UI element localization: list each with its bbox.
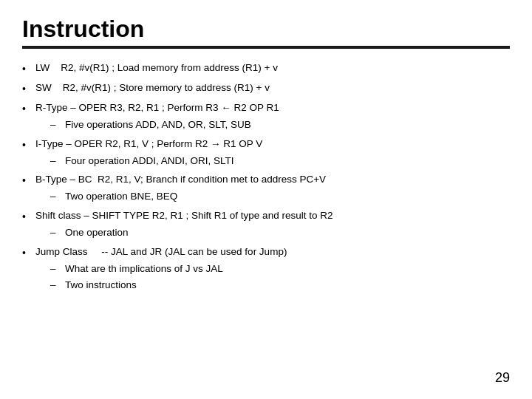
bullet-dot: • [22, 209, 35, 225]
bullet-text: LW R2, #v(R1) ; Load memory from address… [35, 61, 510, 76]
sub-dash: – [50, 225, 65, 241]
bullet-text-main: I-Type – OPER R2, R1, V ; Perform R2 → R… [35, 138, 262, 149]
sub-list: – What are th implications of J vs JAL –… [35, 262, 510, 293]
list-item: • B-Type – BC R2, R1, V; Branch if condi… [22, 172, 510, 205]
bullet-dot: • [22, 101, 35, 117]
bullet-text: Shift class – SHIFT TYPE R2, R1 ; Shift … [35, 208, 510, 242]
bullet-text-main: Shift class – SHIFT TYPE R2, R1 ; Shift … [35, 210, 332, 221]
sub-text: Four operation ADDI, ANDI, ORI, SLTI [65, 154, 510, 169]
sub-dash: – [50, 189, 65, 205]
bullet-dot: • [22, 173, 35, 189]
bullet-text: I-Type – OPER R2, R1, V ; Perform R2 → R… [35, 137, 510, 170]
bullet-text-main: R-Type – OPER R3, R2, R1 ; Perform R3 ← … [35, 102, 279, 113]
sub-text: What are th implications of J vs JAL [65, 262, 510, 277]
sub-dash: – [50, 278, 65, 293]
sub-dash: – [50, 154, 65, 169]
list-item: • Shift class – SHIFT TYPE R2, R1 ; Shif… [22, 208, 510, 242]
sub-text: Two operation BNE, BEQ [65, 189, 510, 205]
bullet-text: B-Type – BC R2, R1, V; Branch if conditi… [35, 172, 510, 205]
sub-text: Two instructions [65, 278, 510, 293]
sub-item: – One operation [35, 225, 510, 241]
bullet-list: • LW R2, #v(R1) ; Load memory from addre… [22, 61, 510, 294]
bullet-dot: • [22, 81, 35, 98]
bullet-dot: • [22, 245, 35, 262]
list-item: • I-Type – OPER R2, R1, V ; Perform R2 →… [22, 137, 510, 170]
sub-list: – Four operation ADDI, ANDI, ORI, SLTI [35, 154, 510, 169]
sub-list: – Two operation BNE, BEQ [35, 189, 510, 205]
bullet-text-main: B-Type – BC R2, R1, V; Branch if conditi… [35, 174, 326, 185]
list-item: • LW R2, #v(R1) ; Load memory from addre… [22, 61, 510, 78]
bullet-text: R-Type – OPER R3, R2, R1 ; Perform R3 ← … [35, 100, 510, 134]
sub-dash: – [50, 262, 65, 277]
sub-dash: – [50, 117, 65, 133]
sub-item: – Four operation ADDI, ANDI, ORI, SLTI [35, 154, 510, 169]
sub-list: – Five operations ADD, AND, OR, SLT, SUB [35, 117, 510, 133]
sub-text: Five operations ADD, AND, OR, SLT, SUB [65, 117, 510, 133]
title-underline [22, 46, 510, 49]
title-area: Instruction [22, 15, 510, 49]
bullet-text: Jump Class -- JAL and JR (JAL can be use… [35, 245, 510, 294]
bullet-text: SW R2, #v(R1) ; Store memory to address … [35, 81, 510, 96]
bullet-text-main: Jump Class -- JAL and JR (JAL can be use… [35, 246, 287, 257]
sub-item: – Five operations ADD, AND, OR, SLT, SUB [35, 117, 510, 133]
sub-item: – What are th implications of J vs JAL [35, 262, 510, 277]
list-item: • SW R2, #v(R1) ; Store memory to addres… [22, 81, 510, 98]
bullet-dot: • [22, 61, 35, 78]
sub-list: – One operation [35, 225, 510, 241]
sub-item: – Two instructions [35, 278, 510, 293]
page-title: Instruction [22, 15, 510, 43]
sub-item: – Two operation BNE, BEQ [35, 189, 510, 205]
page-number: 29 [495, 370, 510, 386]
content-area: • LW R2, #v(R1) ; Load memory from addre… [22, 61, 510, 294]
slide: Instruction • LW R2, #v(R1) ; Load memor… [0, 0, 532, 399]
list-item: • R-Type – OPER R3, R2, R1 ; Perform R3 … [22, 100, 510, 134]
bullet-dot: • [22, 137, 35, 154]
sub-text: One operation [65, 225, 510, 241]
list-item: • Jump Class -- JAL and JR (JAL can be u… [22, 245, 510, 294]
